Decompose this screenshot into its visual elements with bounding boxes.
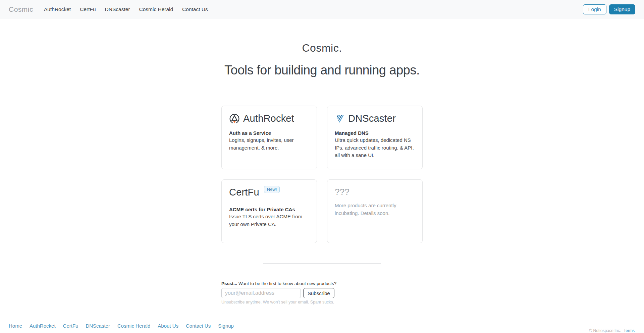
login-button[interactable]: Login	[583, 4, 606, 14]
nav-link-dnscaster[interactable]: DNScaster	[105, 6, 130, 12]
card-dnscaster-description: Ultra quick updates, dedicated NS IPs, a…	[335, 136, 415, 159]
card-dnscaster-header: DNScaster	[335, 113, 415, 124]
authrocket-logo-icon	[229, 113, 240, 124]
nav-link-certfu[interactable]: CertFu	[80, 6, 96, 12]
top-navbar: Cosmic AuthRocket CertFu DNScaster Cosmi…	[0, 0, 644, 19]
card-authrocket-description: Logins, signups, invites, user managemen…	[229, 136, 309, 152]
newsletter-prompt-rest: Want to be the first to know about new p…	[237, 281, 336, 286]
card-authrocket[interactable]: AuthRocket Auth as a Service Logins, sig…	[221, 106, 317, 169]
card-authrocket-tagline: Auth as a Service	[229, 129, 309, 136]
newsletter-prompt: Pssst... Want to be the first to know ab…	[221, 281, 423, 286]
footer-link-certfu[interactable]: CertFu	[63, 323, 78, 329]
page-subtitle: Tools for building and running apps.	[0, 63, 644, 77]
footer: Home AuthRocket CertFu DNScaster Cosmic …	[0, 318, 644, 333]
card-dnscaster[interactable]: DNScaster Managed DNS Ultra quick update…	[327, 106, 423, 169]
footer-link-home[interactable]: Home	[9, 323, 22, 329]
copyright-notice: © Notiospace Inc.Terms	[589, 328, 635, 333]
card-certfu[interactable]: CertFu New! ACME certs for Private CAs I…	[221, 179, 317, 243]
card-dnscaster-title: DNScaster	[348, 113, 396, 124]
newsletter-section: Pssst... Want to be the first to know ab…	[221, 281, 423, 304]
card-mystery: ??? More products are currently incubati…	[327, 179, 423, 243]
card-certfu-title: CertFu	[229, 187, 259, 198]
terms-link[interactable]: Terms	[624, 328, 635, 333]
footer-link-about-us[interactable]: About Us	[158, 323, 178, 329]
footer-link-dnscaster[interactable]: DNScaster	[86, 323, 110, 329]
new-badge: New!	[264, 186, 280, 193]
card-certfu-description: Issue TLS certs over ACME from your own …	[229, 213, 309, 228]
card-dnscaster-tagline: Managed DNS	[335, 129, 415, 136]
nav-link-cosmic-herald[interactable]: Cosmic Herald	[139, 6, 173, 12]
copyright-text: © Notiospace Inc.	[589, 328, 621, 333]
footer-link-contact-us[interactable]: Contact Us	[186, 323, 211, 329]
nav-links: AuthRocket CertFu DNScaster Cosmic Heral…	[44, 6, 208, 12]
newsletter-form-row: Subscribe	[221, 288, 423, 298]
footer-link-signup[interactable]: Signup	[218, 323, 234, 329]
newsletter-fine-print: Unsubscribe anytime. We won't sell your …	[221, 300, 423, 304]
footer-link-authrocket[interactable]: AuthRocket	[30, 323, 56, 329]
nav-actions: Login Signup	[583, 4, 635, 14]
nav-link-contact-us[interactable]: Contact Us	[182, 6, 208, 12]
signup-button[interactable]: Signup	[609, 4, 635, 14]
footer-link-cosmic-herald[interactable]: Cosmic Herald	[117, 323, 150, 329]
subscribe-button[interactable]: Subscribe	[303, 288, 334, 298]
card-certfu-header: CertFu New!	[229, 187, 309, 198]
dnscaster-logo-icon	[335, 114, 345, 124]
section-divider	[263, 263, 381, 264]
page-title: Cosmic.	[0, 42, 644, 54]
brand-logo[interactable]: Cosmic	[9, 5, 33, 13]
card-mystery-title: ???	[335, 187, 415, 197]
email-input[interactable]	[221, 288, 301, 298]
card-mystery-description: More products are currently incubating. …	[335, 202, 415, 217]
nav-link-authrocket[interactable]: AuthRocket	[44, 6, 71, 12]
card-authrocket-header: AuthRocket	[229, 113, 309, 124]
card-authrocket-title: AuthRocket	[243, 113, 294, 124]
newsletter-prompt-lead: Pssst...	[221, 281, 237, 286]
card-certfu-tagline: ACME certs for Private CAs	[229, 206, 309, 213]
product-cards-grid: AuthRocket Auth as a Service Logins, sig…	[221, 106, 423, 243]
